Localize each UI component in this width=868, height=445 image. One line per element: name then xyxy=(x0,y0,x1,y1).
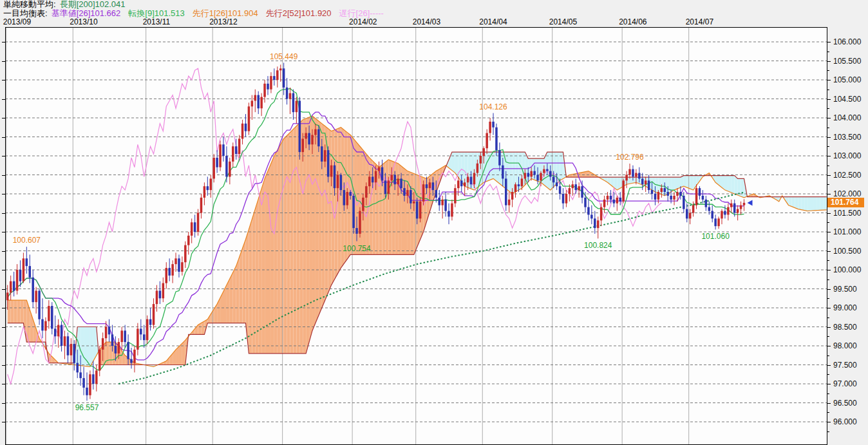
price-annotation: 104.126 xyxy=(479,102,507,111)
price-label: 103.000 xyxy=(833,151,861,160)
candle-body xyxy=(327,150,330,176)
candle-body xyxy=(686,209,688,219)
candle-body xyxy=(235,146,238,154)
candle-body xyxy=(619,198,621,202)
candle-body xyxy=(708,207,711,211)
candle-body xyxy=(181,262,184,272)
candle-body xyxy=(200,198,203,213)
kijun-readout: 基準値[26]101.662 xyxy=(52,8,121,18)
candle-body xyxy=(673,196,675,200)
candle-body xyxy=(724,211,726,215)
left-price-tick xyxy=(2,118,5,118)
candle-body xyxy=(273,76,276,80)
candle-body xyxy=(578,186,580,190)
price-tick xyxy=(827,308,831,308)
candle-body xyxy=(10,281,12,293)
price-label: 103.500 xyxy=(833,133,861,142)
candle-body xyxy=(502,166,504,179)
candle-body xyxy=(622,180,625,201)
left-price-tick xyxy=(2,365,5,366)
date-label: 2013/11 xyxy=(143,17,171,26)
candle-body xyxy=(308,133,310,145)
candle-body xyxy=(492,122,495,128)
candle-body xyxy=(740,205,742,209)
candle-body xyxy=(146,319,149,340)
candle-body xyxy=(737,209,739,213)
sma-long-readout: 長期[200]102.041 xyxy=(60,0,126,9)
candle-body xyxy=(666,192,669,196)
candle-body xyxy=(187,236,190,245)
date-label: 2014/03 xyxy=(413,17,440,26)
candle-body xyxy=(111,334,114,346)
left-price-tick xyxy=(2,99,5,100)
candle-body xyxy=(397,178,399,184)
price-label: 106.000 xyxy=(833,37,861,46)
candle-body xyxy=(6,292,9,300)
date-axis: 2013/092013/102013/112013/122014/022014/… xyxy=(0,17,868,26)
price-tick xyxy=(827,327,831,328)
price-tick xyxy=(827,270,831,270)
price-tick xyxy=(827,184,829,185)
candle-body xyxy=(251,100,254,106)
left-price-tick xyxy=(2,384,5,384)
candle-body xyxy=(207,186,209,190)
candle-body xyxy=(219,144,222,167)
ichimoku-header-line: 一目均衡表:基準値[26]101.662転換[9]101.513先行1[26]1… xyxy=(3,9,392,18)
candle-body xyxy=(23,258,25,281)
candle-body xyxy=(613,200,616,204)
price-annotation: 101.060 xyxy=(701,232,730,241)
candle-body xyxy=(594,218,596,228)
left-price-tick xyxy=(2,251,5,252)
date-label: 2013/09 xyxy=(3,17,31,26)
current-price-tag: 101.764 xyxy=(827,198,864,207)
candle-body xyxy=(61,325,63,346)
price-tick xyxy=(827,412,829,413)
candle-body xyxy=(365,186,368,198)
candle-body xyxy=(95,370,98,384)
candle-body xyxy=(514,184,517,192)
candle-body xyxy=(352,196,355,228)
left-price-tick xyxy=(2,80,5,80)
price-tick xyxy=(827,108,829,109)
date-label: 2014/07 xyxy=(686,17,713,26)
candle-body xyxy=(314,129,317,135)
candle-body xyxy=(470,176,473,184)
candle-body xyxy=(574,184,577,190)
candle-body xyxy=(212,158,215,178)
candle-body xyxy=(340,175,343,191)
candle-body xyxy=(498,150,501,166)
candle-body xyxy=(689,213,692,219)
candle-body xyxy=(35,290,37,302)
candle-body xyxy=(375,171,377,183)
price-label: 104.000 xyxy=(833,113,861,122)
candle-body xyxy=(127,342,129,359)
candle-body xyxy=(13,281,15,291)
candle-body xyxy=(317,129,320,147)
candle-body xyxy=(70,344,73,355)
candle-body xyxy=(133,350,136,363)
candle-body xyxy=(628,169,631,175)
candle-body xyxy=(441,200,444,205)
candle-body xyxy=(279,68,282,70)
price-tick xyxy=(827,128,829,128)
candle-body xyxy=(305,133,307,139)
candle-body xyxy=(435,190,438,198)
candle-body xyxy=(444,200,447,211)
candle-body xyxy=(41,319,44,331)
candle-body xyxy=(86,388,88,395)
chart-plot[interactable]: 100.60796.557105.449100.754104.126100.82… xyxy=(5,27,827,445)
price-annotation: 100.607 xyxy=(13,236,41,245)
date-label: 2014/05 xyxy=(549,17,577,26)
price-tick xyxy=(827,213,831,214)
candle-body xyxy=(130,359,133,363)
price-tick xyxy=(827,52,829,52)
candle-body xyxy=(661,188,663,192)
candle-body xyxy=(692,205,695,213)
candle-body xyxy=(486,133,488,149)
ichimoku-header-label: 一目均衡表: xyxy=(3,8,48,18)
candle-body xyxy=(616,198,619,204)
price-tick xyxy=(827,336,829,337)
price-tick xyxy=(827,355,829,356)
candle-body xyxy=(311,135,314,145)
price-tick xyxy=(827,61,831,62)
